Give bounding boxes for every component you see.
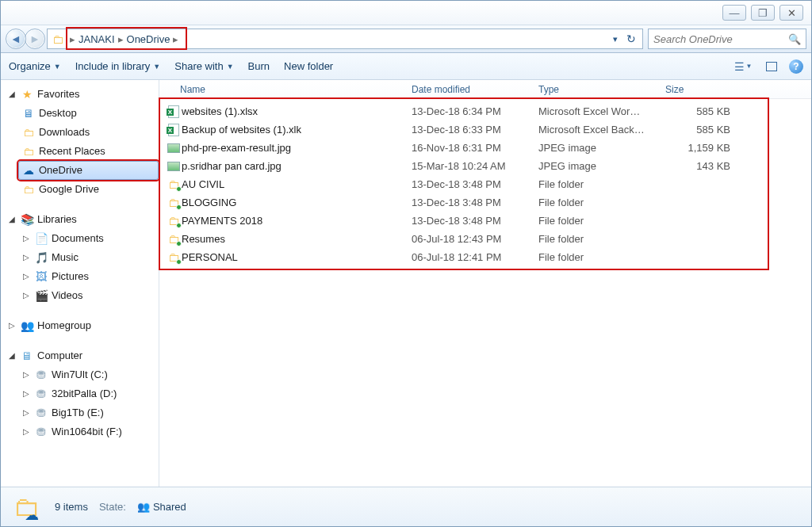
file-type: JPEG image [538, 160, 665, 172]
expand-icon[interactable]: ▷ [21, 231, 31, 246]
state-label: State: [99, 501, 126, 513]
sidebar-section-libraries[interactable]: ◢ 📚 Libraries [4, 210, 159, 229]
organize-button[interactable]: Organize ▼ [9, 60, 61, 72]
sidebar-item-downloads[interactable]: 🗀 Downloads [18, 123, 159, 142]
sidebar-item-label: Downloads [39, 124, 90, 140]
file-row[interactable]: XBackup of websites (1).xlk13-Dec-18 6:3… [159, 120, 811, 139]
sidebar-item-drive-c[interactable]: ▷ ⛃ Win7Ult (C:) [18, 365, 159, 384]
homegroup-label: Homegroup [37, 318, 91, 334]
sidebar-item-recent-places[interactable]: 🗀 Recent Places [18, 142, 159, 161]
sidebar-item-drive-f[interactable]: ▷ ⛃ Win1064bit (F:) [18, 422, 159, 441]
column-header-name[interactable]: Name [180, 84, 412, 95]
sidebar-item-label: Google Drive [39, 181, 99, 197]
close-button[interactable]: ✕ [779, 5, 803, 21]
back-button[interactable]: ◄ [6, 29, 26, 49]
file-row[interactable]: 🗀BLOGGING13-Dec-18 3:48 PMFile folder [159, 193, 811, 212]
item-count: 9 items [55, 501, 88, 513]
column-header-size[interactable]: Size [665, 84, 745, 95]
expand-icon[interactable]: ▷ [21, 424, 31, 440]
file-row[interactable]: Xwebsites (1).xlsx13-Dec-18 6:34 PMMicro… [159, 102, 811, 120]
file-row[interactable]: phd-pre-exam-result.jpg16-Nov-18 6:31 PM… [159, 139, 811, 157]
file-size: 143 KB [665, 160, 737, 172]
homegroup-icon: 👥 [20, 318, 34, 334]
search-box[interactable]: 🔍 [648, 29, 806, 49]
sidebar-item-videos[interactable]: ▷ 🎬 Videos [18, 286, 159, 305]
column-headers[interactable]: Name Date modified Type Size [159, 80, 811, 99]
expand-icon[interactable]: ▷ [21, 269, 31, 285]
file-row[interactable]: 🗀PAYMENTS 201813-Dec-18 3:48 PMFile fold… [159, 212, 811, 230]
file-name: PAYMENTS 2018 [182, 215, 412, 227]
file-row[interactable]: 🗀PERSONAL06-Jul-18 12:41 PMFile folder [159, 248, 811, 266]
minimize-button[interactable]: — [722, 5, 746, 21]
share-with-button[interactable]: Share with ▼ [174, 60, 233, 72]
file-name: PERSONAL [182, 251, 412, 263]
burn-button[interactable]: Burn [248, 60, 270, 72]
sidebar-item-documents[interactable]: ▷ 📄 Documents [18, 229, 159, 248]
file-name: websites (1).xlsx [182, 105, 412, 117]
maximize-button[interactable]: ❐ [751, 5, 775, 21]
chevron-right-icon: ▸ [118, 33, 124, 45]
breadcrumb-segment-onedrive[interactable]: OneDrive [125, 33, 172, 45]
excel-file-icon: X [166, 124, 182, 136]
drive-icon: ⛃ [34, 386, 48, 402]
image-file-icon [166, 162, 182, 171]
expand-icon[interactable]: ▷ [21, 250, 31, 265]
breadcrumb[interactable]: 🗀 ▸ JANAKI ▸ OneDrive ▸ ▾ ↻ [47, 29, 643, 49]
google-drive-icon: 🗀 [21, 181, 36, 197]
new-folder-button[interactable]: New folder [284, 60, 333, 72]
preview-pane-button[interactable] [760, 57, 783, 76]
expand-icon[interactable]: ▷ [21, 367, 31, 383]
sidebar-item-label: OneDrive [39, 162, 82, 178]
chevron-down-icon: ▼ [746, 63, 753, 70]
column-header-date[interactable]: Date modified [412, 84, 538, 95]
organize-label: Organize [9, 60, 51, 72]
address-dropdown-button[interactable]: ▾ [607, 31, 623, 47]
expand-icon[interactable]: ▷ [7, 318, 17, 334]
libraries-icon: 📚 [20, 212, 34, 227]
file-row[interactable]: p.sridhar pan card.jpg15-Mar-18 10:24 AM… [159, 157, 811, 175]
help-button[interactable]: ? [789, 59, 803, 74]
file-date: 13-Dec-18 3:48 PM [412, 215, 538, 227]
include-label: Include in library [75, 60, 151, 72]
forward-button[interactable]: ► [25, 29, 45, 49]
breadcrumb-segment-janaki[interactable]: JANAKI [77, 33, 117, 45]
sidebar-section-favorites[interactable]: ◢ ★ Favorites [4, 85, 159, 104]
file-name: Backup of websites (1).xlk [182, 124, 412, 136]
sidebar-section-computer[interactable]: ◢ 🖥 Computer [4, 346, 159, 365]
chevron-down-icon: ▼ [54, 63, 61, 71]
sidebar-item-desktop[interactable]: 🖥 Desktop [18, 104, 159, 123]
collapse-icon[interactable]: ◢ [7, 86, 17, 102]
file-row[interactable]: 🗀Resumes06-Jul-18 12:43 PMFile folder [159, 230, 811, 248]
refresh-button[interactable]: ↻ [623, 31, 639, 47]
file-name: Resumes [182, 233, 412, 245]
file-date: 13-Dec-18 3:48 PM [412, 178, 538, 190]
column-header-type[interactable]: Type [538, 84, 665, 95]
sidebar-item-label: Music [52, 250, 79, 265]
shared-icon: 👥 [137, 501, 150, 513]
collapse-icon[interactable]: ◢ [7, 212, 17, 227]
collapse-icon[interactable]: ◢ [7, 348, 17, 364]
view-options-button[interactable]: ☰ ▼ [732, 57, 754, 76]
expand-icon[interactable]: ▷ [21, 386, 31, 402]
recent-places-icon: 🗀 [21, 143, 36, 159]
include-in-library-button[interactable]: Include in library ▼ [75, 60, 161, 72]
expand-icon[interactable]: ▷ [21, 405, 31, 421]
file-date: 13-Dec-18 6:34 PM [412, 105, 538, 117]
search-input[interactable] [653, 33, 788, 45]
sidebar-item-google-drive[interactable]: 🗀 Google Drive [18, 180, 159, 199]
sidebar-item-label: Recent Places [39, 143, 105, 159]
expand-icon[interactable]: ▷ [21, 288, 31, 304]
sidebar-section-homegroup[interactable]: ▷ 👥 Homegroup [4, 316, 159, 335]
sidebar-item-pictures[interactable]: ▷ 🖼 Pictures [18, 267, 159, 286]
sidebar-item-label: Win1064bit (F:) [52, 424, 122, 440]
sidebar-item-music[interactable]: ▷ 🎵 Music [18, 248, 159, 267]
folder-icon: 🗀 [166, 214, 182, 227]
music-icon: 🎵 [34, 250, 48, 265]
image-file-icon [166, 143, 182, 153]
sidebar-item-onedrive[interactable]: ☁ OneDrive [18, 161, 159, 180]
sidebar-item-drive-d[interactable]: ▷ ⛃ 32bitPalla (D:) [18, 384, 159, 403]
sidebar-item-drive-e[interactable]: ▷ ⛃ Big1Tb (E:) [18, 403, 159, 422]
sidebar-item-label: Documents [52, 231, 104, 246]
file-row[interactable]: 🗀AU CIVIL13-Dec-18 3:48 PMFile folder [159, 175, 811, 193]
file-date: 06-Jul-18 12:41 PM [412, 251, 538, 263]
